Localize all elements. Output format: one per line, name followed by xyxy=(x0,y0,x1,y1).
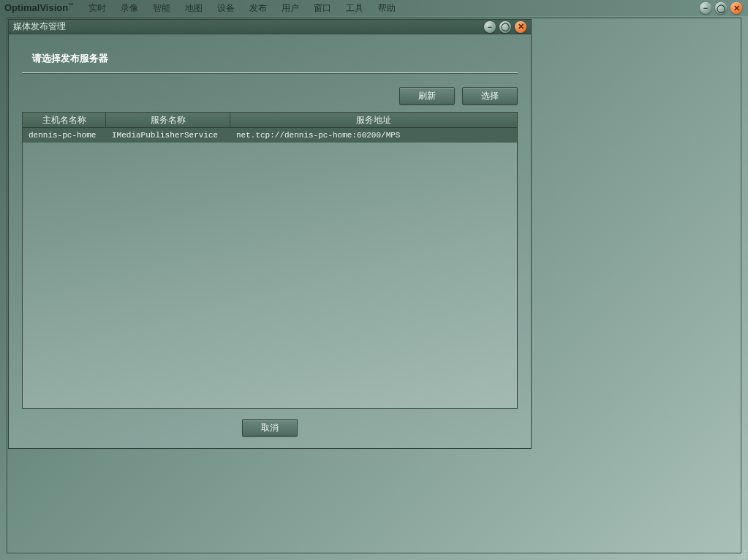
child-titlebar[interactable]: 媒体发布管理 − ◯ ✕ xyxy=(9,20,531,34)
brand-text: OptimalVision xyxy=(4,3,68,14)
child-window-title: 媒体发布管理 xyxy=(13,20,66,33)
cancel-button[interactable]: 取消 xyxy=(242,419,298,436)
menu-record[interactable]: 录像 xyxy=(113,0,146,16)
menu-help[interactable]: 帮助 xyxy=(371,0,403,16)
footer-button-row: 取消 xyxy=(16,409,524,439)
menu-publish[interactable]: 发布 xyxy=(242,0,274,16)
app-brand: OptimalVision™ xyxy=(4,2,74,13)
divider-shadow xyxy=(22,73,518,74)
child-close-button[interactable]: ✕ xyxy=(515,21,526,33)
resize-grip[interactable] xyxy=(737,549,747,559)
table-body[interactable]: dennis-pc-home IMediaPublisherService ne… xyxy=(23,128,517,408)
main-client-area: 媒体发布管理 − ◯ ✕ 请选择发布服务器 刷新 选择 主机名名称 服务名称 服… xyxy=(7,18,741,553)
section-title: 请选择发布服务器 xyxy=(16,40,524,72)
child-window-controls: − ◯ ✕ xyxy=(484,21,528,33)
maximize-icon: ◯ xyxy=(501,22,510,31)
maximize-icon: ◯ xyxy=(717,4,725,13)
close-icon: ✕ xyxy=(733,4,740,13)
svg-rect-0 xyxy=(744,550,746,552)
close-icon: ✕ xyxy=(518,22,524,31)
divider xyxy=(22,72,518,73)
svg-rect-4 xyxy=(741,556,743,558)
minimize-icon: − xyxy=(703,4,708,12)
col-header-host[interactable]: 主机名名称 xyxy=(23,113,106,127)
resize-grip-icon xyxy=(737,549,747,559)
col-header-address[interactable]: 服务地址 xyxy=(230,113,517,127)
col-header-service[interactable]: 服务名称 xyxy=(106,113,230,127)
brand-tm: ™ xyxy=(68,2,74,9)
child-window-media-publish: 媒体发布管理 − ◯ ✕ 请选择发布服务器 刷新 选择 主机名名称 服务名称 服… xyxy=(8,19,532,449)
menu-smart[interactable]: 智能 xyxy=(146,0,178,16)
child-maximize-button[interactable]: ◯ xyxy=(499,21,511,33)
svg-rect-1 xyxy=(741,553,743,555)
table-header: 主机名名称 服务名称 服务地址 xyxy=(23,113,517,128)
menu-tools[interactable]: 工具 xyxy=(339,0,371,16)
child-minimize-button[interactable]: − xyxy=(484,21,496,33)
menu-realtime[interactable]: 实时 xyxy=(81,0,113,16)
main-window-controls: − ◯ ✕ xyxy=(700,2,744,14)
menu-user[interactable]: 用户 xyxy=(274,0,306,16)
main-maximize-button[interactable]: ◯ xyxy=(715,2,727,14)
cell-host: dennis-pc-home xyxy=(24,131,107,140)
server-table: 主机名名称 服务名称 服务地址 dennis-pc-home IMediaPub… xyxy=(22,112,518,409)
select-button[interactable]: 选择 xyxy=(462,87,518,105)
action-button-row: 刷新 选择 xyxy=(16,77,524,112)
svg-rect-3 xyxy=(738,556,740,558)
menu-map[interactable]: 地图 xyxy=(178,0,210,16)
main-close-button[interactable]: ✕ xyxy=(730,2,742,14)
refresh-button[interactable]: 刷新 xyxy=(399,87,455,105)
cell-service: IMediaPublisherService xyxy=(107,131,232,140)
menu-window[interactable]: 窗口 xyxy=(306,0,339,16)
minimize-icon: − xyxy=(488,23,492,31)
main-minimize-button[interactable]: − xyxy=(700,2,711,14)
menu-device[interactable]: 设备 xyxy=(210,0,242,16)
svg-rect-2 xyxy=(744,553,746,555)
cell-address: net.tcp://dennis-pc-home:60200/MPS xyxy=(232,131,517,140)
main-menubar: OptimalVision™ 实时 录像 智能 地图 设备 发布 用户 窗口 工… xyxy=(0,0,748,16)
svg-rect-5 xyxy=(744,556,746,558)
child-body: 请选择发布服务器 刷新 选择 主机名名称 服务名称 服务地址 dennis-pc… xyxy=(9,34,531,448)
table-row[interactable]: dennis-pc-home IMediaPublisherService ne… xyxy=(23,128,517,143)
